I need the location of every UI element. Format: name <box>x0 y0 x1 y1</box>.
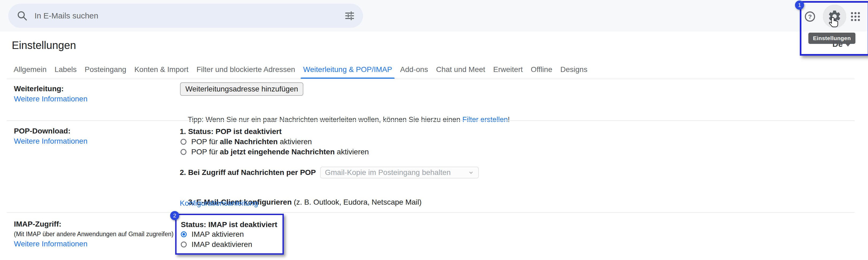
pop-enable-new-label: POP für ab jetzt eingehende Nachrichten … <box>191 147 369 157</box>
pop-more-info-link[interactable]: Weitere Informationen <box>14 136 88 146</box>
configuration-guide-link[interactable]: Konfigurationsanleitung <box>180 198 258 208</box>
tab-konten-import[interactable]: Konten & Import <box>130 60 192 79</box>
create-filter-link[interactable]: Filter erstellen <box>463 116 508 124</box>
tab-filter-adressen[interactable]: Filter und blockierte Adressen <box>193 60 299 79</box>
tab-weiterleitung-pop-imap[interactable]: Weiterleitung & POP/IMAP <box>299 60 396 79</box>
tab-allgemein[interactable]: Allgemein <box>10 60 51 79</box>
imap-access-label: IMAP-Zugriff: <box>14 219 61 229</box>
mouse-cursor-hand-icon <box>827 17 840 29</box>
imap-enable-option[interactable]: IMAP aktivieren <box>181 230 244 238</box>
search-bar[interactable] <box>8 4 363 28</box>
tab-posteingang[interactable]: Posteingang <box>81 60 130 79</box>
pop-enable-new-radio[interactable] <box>181 149 186 155</box>
tab-labels[interactable]: Labels <box>51 60 81 79</box>
pop-access-dropdown-value: Gmail-Kopie im Posteingang behalten <box>325 168 468 177</box>
pop-access-label: 2. Bei Zugriff auf Nachrichten per POP <box>180 168 316 177</box>
tab-chat-und-meet[interactable]: Chat und Meet <box>432 60 489 79</box>
forwarding-tip-suffix: ! <box>508 116 510 124</box>
pop-enable-all-label: POP für alle Nachrichten aktivieren <box>191 137 312 147</box>
imap-access-note: (Mit IMAP über andere Anwendungen auf Gm… <box>14 230 174 238</box>
tabs-divider <box>7 79 855 79</box>
annotation-badge-2: 2 <box>170 211 179 220</box>
pop-enable-all-option[interactable]: POP für alle Nachrichten aktivieren <box>181 137 312 146</box>
imap-more-info-link[interactable]: Weitere Informationen <box>14 239 88 249</box>
gmail-settings-page: ? Einstellungen De 1 Einstellungen Allge… <box>0 0 868 260</box>
imap-enable-radio[interactable] <box>181 231 187 237</box>
pop-enable-new-option[interactable]: POP für ab jetzt eingehende Nachrichten … <box>181 148 369 156</box>
pop-download-label: POP-Download: <box>14 126 71 136</box>
imap-disable-option[interactable]: IMAP deaktivieren <box>181 240 252 249</box>
pop-status-title: 1. Status: POP ist deaktiviert <box>180 127 282 136</box>
search-input[interactable] <box>34 11 344 21</box>
search-icon[interactable] <box>16 10 28 22</box>
divider <box>7 120 855 121</box>
pop-access-dropdown[interactable]: Gmail-Kopie im Posteingang behalten <box>320 167 479 178</box>
add-forwarding-address-button[interactable]: Weiterleitungsadresse hinzufügen <box>180 83 303 96</box>
imap-disable-label: IMAP deaktivieren <box>191 240 252 249</box>
settings-tabs: Allgemein Labels Posteingang Konten & Im… <box>10 60 591 79</box>
imap-disable-radio[interactable] <box>181 241 187 248</box>
chevron-down-icon <box>468 169 474 176</box>
tab-offline[interactable]: Offline <box>527 60 556 79</box>
forwarding-more-info-link[interactable]: Weitere Informationen <box>14 94 88 104</box>
tab-designs[interactable]: Designs <box>556 60 591 79</box>
forwarding-tip-text: Tipp: Wenn Sie nur ein paar Nachrichten … <box>188 116 463 124</box>
annotation-badge-1: 1 <box>795 1 804 10</box>
pop-access-row: 2. Bei Zugriff auf Nachrichten per POP G… <box>180 166 479 179</box>
imap-enable-label: IMAP aktivieren <box>191 229 244 239</box>
settings-tooltip: Einstellungen <box>808 33 856 44</box>
tab-erweitert[interactable]: Erweitert <box>489 60 527 79</box>
page-title: Einstellungen <box>12 38 76 52</box>
divider <box>7 212 855 213</box>
pop-client-examples: (z. B. Outlook, Eudora, Netscape Mail) <box>292 198 422 206</box>
forwarding-label: Weiterleitung: <box>14 84 64 94</box>
search-filter-icon[interactable] <box>344 10 355 22</box>
pop-enable-all-radio[interactable] <box>181 139 186 145</box>
tab-add-ons[interactable]: Add-ons <box>396 60 432 79</box>
imap-status-title: Status: IMAP ist deaktiviert <box>181 220 277 229</box>
